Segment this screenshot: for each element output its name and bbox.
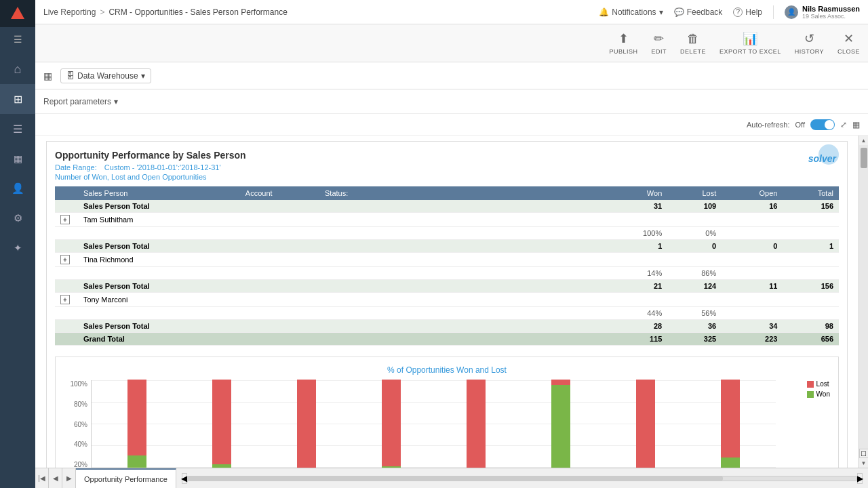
bar-tina <box>636 380 655 468</box>
legend-lost: Lost <box>807 380 830 388</box>
history-button[interactable]: ↺ HISTORY <box>795 31 824 55</box>
sidebar-item-dashboard[interactable]: ▦ <box>0 144 35 174</box>
legend-lost-label: Lost <box>816 380 829 388</box>
edit-button[interactable]: ✏ EDIT <box>651 31 667 55</box>
chart-legend: Lost Won <box>807 380 830 398</box>
sidebar-item-home[interactable]: ⌂ <box>0 54 35 84</box>
feedback-label: Feedback <box>687 7 723 17</box>
tab-bar: |◀ ◀ ▶ Opportunity Performance ◀ ▶ <box>35 468 868 488</box>
table-row: + Tam Suthitham <box>55 213 839 227</box>
export-icon: 📊 <box>743 31 757 46</box>
col-header-total: Total <box>783 186 839 200</box>
col-header-sales-person <box>55 186 78 200</box>
sidebar-item-list[interactable]: ☰ <box>0 114 35 144</box>
bar-lost-segment <box>127 380 146 455</box>
report-subtitle: Number of Won, Lost and Open Opportuniti… <box>55 173 839 181</box>
sidebar-item-users[interactable]: 👤 <box>0 174 35 203</box>
tab-nav-prev[interactable]: ◀ <box>49 468 62 488</box>
topbar: Live Reporting > CRM - Opportunities - S… <box>35 0 868 24</box>
hscroll-right-button[interactable]: ▶ <box>857 473 863 484</box>
publish-button[interactable]: ⬆ PUBLISH <box>609 31 637 55</box>
table-row: 44% 56% <box>55 307 839 320</box>
sidebar-item-reports[interactable]: ⊞ <box>0 84 35 114</box>
report-title: Opportunity Performance by Sales Person <box>55 150 839 161</box>
bar-sally <box>467 380 486 468</box>
auto-refresh-label: Auto-refresh: <box>747 121 790 129</box>
edit-icon: ✏ <box>654 31 664 46</box>
report-params-label: Report parameters <box>43 97 111 106</box>
toggle-thumb <box>825 120 834 129</box>
bar-lost-segment <box>382 380 401 466</box>
bar-harry <box>212 380 231 468</box>
report-scroll: solver Opportunity Performance by Sales … <box>35 136 859 468</box>
edit-label: EDIT <box>651 48 667 55</box>
sidebar: ☰ ⌂ ⊞ ☰ ▦ 👤 ⚙ ✦ <box>0 0 35 488</box>
menu-toggle-button[interactable]: ☰ <box>0 27 35 52</box>
tab-scrollbar-area: ◀ ▶ <box>176 468 868 488</box>
sub-toolbar: ▦ 🗄 Data Warehouse ▾ <box>35 62 868 89</box>
delete-button[interactable]: 🗑 DELETE <box>680 32 706 55</box>
notifications-chevron: ▾ <box>659 7 663 17</box>
user-profile-button[interactable]: 👤 Nils Rasmussen 19 Sales Assoc. <box>785 5 860 20</box>
help-label: Help <box>745 7 762 17</box>
tab-label: Opportunity Performance <box>84 475 167 483</box>
table-row: Sales Person Total 31 109 16 156 <box>55 200 839 213</box>
stacked-bar <box>551 380 570 468</box>
notifications-button[interactable]: 🔔 Notifications ▾ <box>599 7 663 17</box>
hscroll-thumb[interactable] <box>188 476 723 481</box>
scroll-down-button[interactable]: ▼ <box>859 458 869 468</box>
tab-nav-next[interactable]: ▶ <box>62 468 76 488</box>
data-warehouse-label: Data Warehouse <box>77 71 138 81</box>
data-warehouse-dropdown[interactable]: 🗄 Data Warehouse ▾ <box>60 68 151 83</box>
legend-won-color <box>807 391 814 398</box>
close-button[interactable]: ✕ CLOSE <box>837 31 860 55</box>
hscroll-left-button[interactable]: ◀ <box>182 473 187 484</box>
chart-y-axis: 100% 80% 60% 40% 20% 0% <box>64 380 87 468</box>
svg-marker-0 <box>11 7 24 19</box>
subtotal-label: Sales Person Total <box>78 200 240 213</box>
expand-button[interactable]: + <box>60 215 70 224</box>
scroll-thumb[interactable] <box>861 148 867 168</box>
breadcrumb-root[interactable]: Live Reporting <box>43 7 96 17</box>
bar-lost-segment <box>212 380 231 464</box>
auto-refresh-toggle[interactable] <box>810 119 835 130</box>
performance-table: Sales Person Account Status: Won Lost Op… <box>55 186 839 346</box>
export-button[interactable]: 📊 EXPORT TO EXCEL <box>719 31 781 55</box>
breadcrumb-current: CRM - Opportunities - Sales Person Perfo… <box>108 7 287 17</box>
expand-icon[interactable]: ⤢ <box>840 120 847 129</box>
sidebar-item-settings[interactable]: ✦ <box>0 233 35 263</box>
bar-lost-segment <box>721 380 740 458</box>
stacked-bar <box>212 380 231 468</box>
main-content: Live Reporting > CRM - Opportunities - S… <box>35 0 868 488</box>
feedback-button[interactable]: 💬 Feedback <box>674 7 723 17</box>
bars-container <box>92 380 776 468</box>
expand-button[interactable]: + <box>60 255 70 264</box>
user-details: Nils Rasmussen 19 Sales Assoc. <box>802 5 860 20</box>
sidebar-item-tools[interactable]: ⚙ <box>0 203 35 233</box>
sidebar-nav: ⌂ ⊞ ☰ ▦ 👤 ⚙ ✦ <box>0 52 35 488</box>
help-button[interactable]: ? Help <box>733 7 762 17</box>
scroll-track <box>859 145 868 449</box>
person-name: Tony Marconi <box>78 293 240 307</box>
scroll-up-button[interactable]: ▲ <box>859 136 869 145</box>
bar-lost-segment <box>467 380 486 468</box>
date-range-label: Date Range: <box>55 163 97 171</box>
col-header-status: Status: <box>319 186 604 200</box>
expand-button[interactable]: + <box>60 295 70 304</box>
publish-icon: ⬆ <box>618 31 629 46</box>
close-icon: ✕ <box>844 31 854 46</box>
notifications-label: Notifications <box>612 7 656 17</box>
auto-refresh-state: Off <box>795 121 805 129</box>
table-row: Sales Person Total 21 124 11 156 <box>55 280 839 293</box>
scroll-indicator[interactable]: □ <box>859 449 869 458</box>
stacked-bar <box>127 380 146 468</box>
bar-tam <box>551 380 570 468</box>
bell-icon: 🔔 <box>599 7 609 17</box>
user-name: Nils Rasmussen <box>802 5 860 13</box>
grid-view-icon[interactable]: ▦ <box>852 120 860 129</box>
report-params-button[interactable]: Report parameters ▾ <box>43 97 118 106</box>
bar-won-segment <box>721 458 740 468</box>
tab-opportunity-performance[interactable]: Opportunity Performance <box>76 468 176 488</box>
tab-nav-first[interactable]: |◀ <box>35 468 49 488</box>
bar-won-segment <box>551 385 570 468</box>
